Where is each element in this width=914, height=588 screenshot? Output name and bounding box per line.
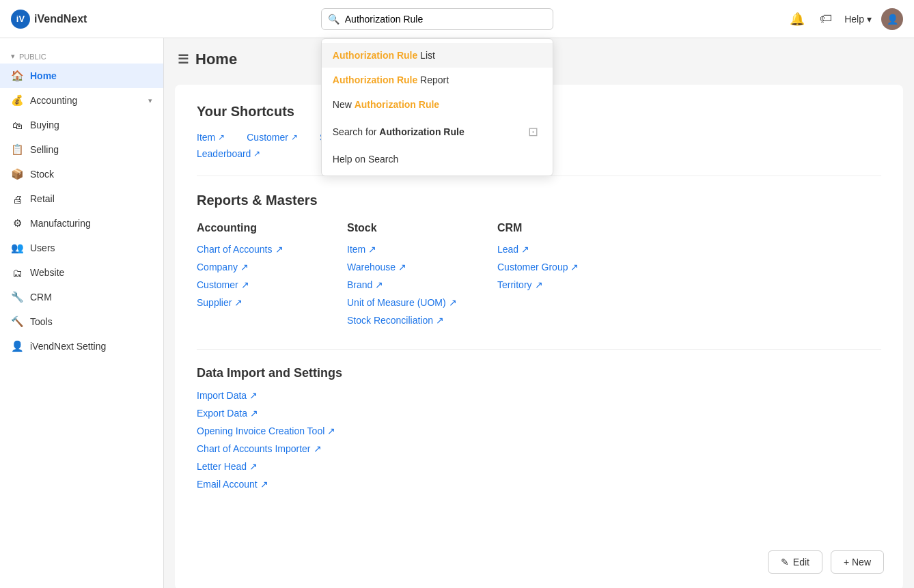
data-link[interactable]: Opening Invoice Creation Tool ↗: [197, 425, 881, 436]
data-link[interactable]: Export Data ↗: [197, 408, 881, 419]
sidebar-item-label: Retail: [30, 193, 152, 204]
report-link[interactable]: Brand ↗: [347, 279, 470, 290]
chevron-down-icon: ▾: [148, 96, 152, 105]
ivendnext-setting-icon: 👤: [11, 340, 23, 352]
new-button[interactable]: + New: [831, 550, 884, 574]
dropdown-item-search-auth[interactable]: Search for Authorization Rule ⊡: [322, 117, 553, 147]
home-icon: 🏠: [11, 70, 23, 82]
new-label: + New: [844, 557, 871, 568]
report-link[interactable]: Warehouse ↗: [347, 262, 470, 272]
arrow-icon: ↗: [375, 279, 383, 290]
tag-icon-button[interactable]: 🏷: [817, 9, 835, 29]
data-link[interactable]: Letter Head ↗: [197, 461, 881, 472]
dropdown-item-help-search[interactable]: Help on Search: [322, 147, 553, 171]
sidebar: ▾ PUBLIC 🏠 Home 💰 Accounting ▾ 🛍 Buying …: [0, 38, 164, 588]
sidebar-item-crm[interactable]: 🔧 CRM: [0, 285, 163, 309]
edit-label: Edit: [793, 557, 809, 568]
shortcut-item[interactable]: Item ↗: [197, 132, 225, 143]
sidebar-item-label: Users: [30, 242, 152, 253]
users-icon: 👥: [11, 242, 23, 254]
retail-icon: 🖨: [11, 193, 23, 205]
bell-icon-button[interactable]: 🔔: [787, 9, 807, 29]
report-link[interactable]: Territory ↗: [497, 279, 620, 290]
report-link[interactable]: Supplier ↗: [197, 297, 320, 308]
chevron-down-icon-sidebar: ▾: [11, 52, 15, 61]
sidebar-item-tools[interactable]: 🔨 Tools: [0, 309, 163, 334]
sidebar-item-label: Home: [30, 70, 152, 81]
arrow-icon: ↗: [521, 244, 529, 255]
help-label: Help: [844, 14, 864, 25]
shortcut-item[interactable]: Customer ↗: [247, 132, 298, 143]
search-input[interactable]: [321, 8, 553, 30]
report-link[interactable]: Customer Group ↗: [497, 262, 620, 272]
sidebar-item-label: Tools: [30, 316, 152, 327]
data-links: Import Data ↗ Export Data ↗ Opening Invo…: [197, 390, 881, 490]
search-icon: 🔍: [328, 14, 340, 25]
sidebar-section: ▾ PUBLIC: [0, 46, 163, 64]
dropdown-item-text: Help on Search: [333, 154, 399, 165]
dropdown-item-auth-report[interactable]: Authorization Rule Report: [322, 68, 553, 92]
sidebar-item-label: Website: [30, 267, 152, 278]
report-link[interactable]: Lead ↗: [497, 244, 620, 255]
sidebar-item-stock[interactable]: 📦 Stock: [0, 162, 163, 186]
sidebar-item-retail[interactable]: 🖨 Retail: [0, 186, 163, 211]
report-link[interactable]: Chart of Accounts ↗: [197, 244, 320, 255]
sidebar-item-label: Accounting: [30, 95, 141, 106]
arrow-icon: ↗: [249, 390, 258, 401]
website-icon: 🗂: [11, 266, 23, 279]
section-divider-2: [197, 349, 881, 350]
sidebar-item-manufacturing[interactable]: ⚙ Manufacturing: [0, 211, 163, 236]
sidebar-section-label: PUBLIC: [19, 53, 46, 61]
arrow-icon: ↗: [249, 461, 258, 472]
report-link[interactable]: Customer ↗: [197, 279, 320, 290]
sidebar-item-selling[interactable]: 📋 Selling: [0, 137, 163, 162]
help-button[interactable]: Help ▾: [844, 14, 872, 25]
sidebar-item-users[interactable]: 👥 Users: [0, 236, 163, 260]
tools-icon: 🔨: [11, 316, 23, 328]
chevron-down-icon: ▾: [867, 14, 872, 25]
sidebar-item-accounting[interactable]: 💰 Accounting ▾: [0, 88, 163, 113]
data-link[interactable]: Import Data ↗: [197, 390, 881, 401]
shortcut-item[interactable]: Leaderboard ↗: [197, 148, 260, 159]
reports-col-title: Accounting: [197, 222, 320, 234]
arrow-icon: ↗: [234, 297, 243, 308]
arrow-icon: ↗: [291, 132, 298, 142]
hamburger-icon[interactable]: ☰: [178, 52, 189, 67]
report-link[interactable]: Company ↗: [197, 262, 320, 272]
sidebar-item-website[interactable]: 🗂 Website: [0, 260, 163, 285]
sidebar-item-buying[interactable]: 🛍 Buying: [0, 113, 163, 137]
sidebar-item-label: Stock: [30, 169, 152, 180]
dropdown-item-new-auth[interactable]: New Authorization Rule: [322, 92, 553, 117]
avatar[interactable]: 👤: [881, 8, 903, 30]
arrow-icon: ↗: [535, 279, 543, 290]
data-link[interactable]: Chart of Accounts Importer ↗: [197, 443, 881, 454]
sidebar-item-label: Manufacturing: [30, 218, 152, 229]
brand: iV iVendNext: [11, 10, 87, 29]
data-import-section: Data Import and Settings Import Data ↗ E…: [197, 366, 881, 490]
sidebar-item-label: Buying: [30, 120, 152, 130]
arrow-icon: ↗: [240, 262, 249, 272]
bottom-bar: ✎ Edit + New: [768, 550, 884, 574]
dropdown-item-text: Search for Authorization Rule: [333, 126, 465, 137]
reports-col-title: CRM: [497, 222, 620, 234]
report-link[interactable]: Stock Reconciliation ↗: [347, 315, 470, 326]
navbar-actions: 🔔 🏷 Help ▾ 👤: [787, 8, 903, 30]
arrow-icon: ↗: [253, 149, 260, 158]
report-link[interactable]: Item ↗: [347, 244, 470, 255]
navbar: iV iVendNext 🔍 Authorization Rule List A…: [0, 0, 914, 38]
selling-icon: 📋: [11, 143, 23, 156]
edit-icon: ✎: [781, 557, 789, 568]
dropdown-item-auth-list[interactable]: Authorization Rule List: [322, 43, 553, 68]
accounting-icon: 💰: [11, 94, 23, 107]
edit-button[interactable]: ✎ Edit: [768, 550, 822, 574]
page-title: Home: [195, 51, 237, 68]
report-link[interactable]: Unit of Measure (UOM) ↗: [347, 297, 470, 308]
sidebar-item-home[interactable]: 🏠 Home: [0, 64, 163, 88]
dropdown-item-text: Authorization Rule Report: [333, 74, 449, 85]
sidebar-item-ivendnext-setting[interactable]: 👤 iVendNext Setting: [0, 334, 163, 359]
brand-name: iVendNext: [34, 13, 87, 25]
arrow-icon: ↗: [275, 244, 283, 255]
data-link[interactable]: Email Account ↗: [197, 479, 881, 490]
stock-icon: 📦: [11, 168, 23, 180]
arrow-icon: ↗: [218, 132, 225, 142]
